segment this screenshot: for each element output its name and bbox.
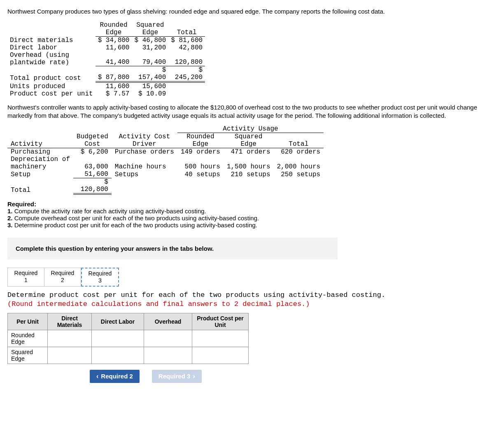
tab-required-1[interactable]: Required1 <box>7 268 44 287</box>
tab-instruction: Determine product cost per unit for each… <box>7 291 487 309</box>
cost-data-table: RoundedEdge SquaredEdge Total Direct mat… <box>7 21 205 98</box>
input-rounded-dm[interactable] <box>48 330 92 347</box>
input-squared-pcpu[interactable] <box>192 347 249 364</box>
col-overhead: Overhead <box>144 313 192 330</box>
tab-required-2[interactable]: Required2 <box>44 268 81 287</box>
activity-table: Activity Usage Activity BudgetedCost Act… <box>7 125 324 195</box>
complete-instruction-bar: Complete this question by entering your … <box>7 238 338 259</box>
tab-required-3[interactable]: Required3 <box>81 268 119 287</box>
prev-button-label: Required 2 <box>101 373 133 380</box>
answer-table: Per Unit Direct Materials Direct Labor O… <box>7 313 249 364</box>
row-rounded-edge: Rounded Edge <box>8 330 48 347</box>
col-product-cost-per-unit: Product Cost per Unit <box>192 313 249 330</box>
next-button[interactable]: Required 3 › <box>152 370 202 383</box>
chevron-left-icon: ‹ <box>96 373 98 380</box>
input-squared-dm[interactable] <box>48 347 92 364</box>
controller-paragraph: Northwest's controller wants to apply ac… <box>7 103 487 119</box>
input-squared-dl[interactable] <box>92 347 144 364</box>
col-direct-materials: Direct Materials <box>48 313 92 330</box>
input-rounded-pcpu[interactable] <box>192 330 249 347</box>
tab-bar: Required1 Required2 Required3 <box>7 268 487 287</box>
required-section: Required: 1. 1. Compute the activity rat… <box>7 201 487 229</box>
input-rounded-oh[interactable] <box>144 330 192 347</box>
intro-paragraph: Northwest Company produces two types of … <box>7 7 487 16</box>
row-squared-edge: Squared Edge <box>8 347 48 364</box>
col-direct-labor: Direct Labor <box>92 313 144 330</box>
col-per-unit: Per Unit <box>8 313 48 330</box>
chevron-right-icon: › <box>193 373 195 380</box>
input-squared-oh[interactable] <box>144 347 192 364</box>
next-button-label: Required 3 <box>158 373 191 380</box>
input-rounded-dl[interactable] <box>92 330 144 347</box>
prev-button[interactable]: ‹ Required 2 <box>90 370 140 383</box>
